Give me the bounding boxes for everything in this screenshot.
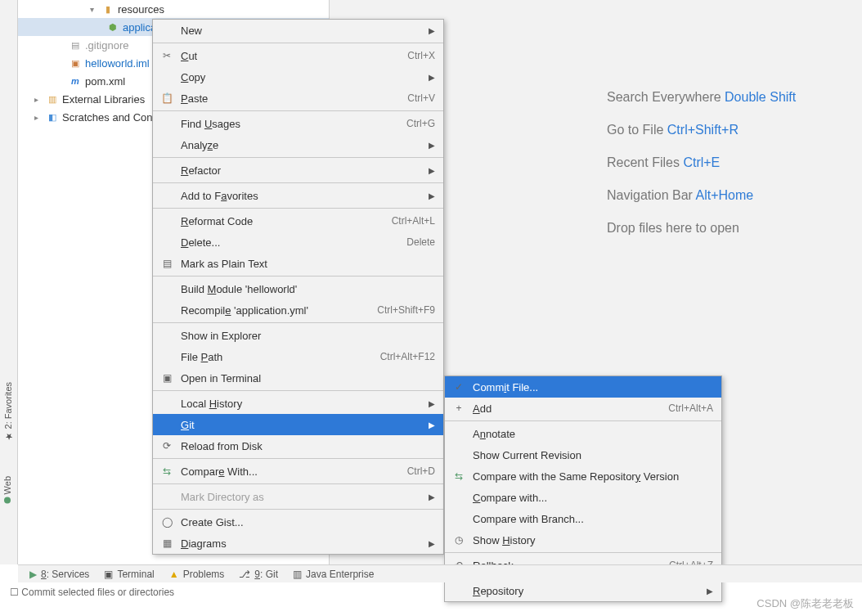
shortcut: Ctrl+E: [683, 155, 720, 169]
github-icon: ◯: [159, 516, 174, 528]
menu-analyze[interactable]: Analyze▶: [153, 134, 443, 155]
compare-icon: ⇆: [159, 465, 174, 477]
shortcut: Double Shift: [725, 90, 796, 104]
menu-favorites[interactable]: Add to Favorites▶: [153, 185, 443, 206]
menu-create-gist[interactable]: ◯Create Gist...: [153, 511, 443, 533]
menu-paste[interactable]: 📋PasteCtrl+V: [153, 88, 443, 109]
menu-refactor[interactable]: Refactor▶: [153, 160, 443, 181]
yml-icon: ⬢: [106, 20, 119, 34]
context-menu[interactable]: New▶ ✂CutCtrl+X Copy▶ 📋PasteCtrl+V Find …: [152, 19, 444, 555]
add-icon: +: [451, 402, 466, 414]
tab-terminal[interactable]: ▣Terminal: [104, 569, 154, 580]
bottom-tool-bar: ▶8: Services ▣Terminal ▲Problems ⎇9: Git…: [18, 564, 862, 582]
services-icon: ▶: [29, 569, 37, 580]
menu-git[interactable]: Git▶: [153, 414, 443, 435]
submenu-arrow-icon: ▶: [429, 191, 435, 200]
separator: [153, 157, 443, 158]
separator: [153, 390, 443, 391]
tree-label: pom.xml: [85, 75, 125, 88]
shortcut: Alt+Home: [696, 188, 754, 202]
welcome-gotofile: Go to File Ctrl+Shift+R: [607, 123, 796, 137]
menu-diagrams[interactable]: ▦Diagrams▶: [153, 533, 443, 554]
submenu-arrow-icon: ▶: [429, 166, 435, 175]
javaee-icon: ▥: [293, 569, 302, 580]
welcome-search: Search Everywhere Double Shift: [607, 90, 796, 105]
menu-reload-disk[interactable]: ⟳Reload from Disk: [153, 435, 443, 456]
diagram-icon: ▦: [159, 537, 174, 549]
submenu-arrow-icon: ▶: [429, 26, 435, 35]
menu-file-path[interactable]: File PathCtrl+Alt+F12: [153, 346, 443, 367]
menu-reformat[interactable]: Reformat CodeCtrl+Alt+L: [153, 210, 443, 232]
tab-java-enterprise[interactable]: ▥Java Enterprise: [293, 569, 374, 580]
commit-icon: ✓: [451, 381, 466, 393]
menu-compare-branch[interactable]: Compare with Branch...: [445, 508, 721, 529]
menu-show-revision[interactable]: Show Current Revision: [445, 444, 721, 465]
text-icon: ▤: [159, 258, 174, 269]
welcome-navbar: Navigation Bar Alt+Home: [607, 188, 796, 203]
compare-icon: ⇆: [451, 470, 466, 482]
paste-icon: 📋: [159, 92, 174, 104]
separator: [153, 43, 443, 43]
submenu-arrow-icon: ▶: [429, 399, 435, 408]
welcome-drop: Drop files here to open: [607, 221, 796, 236]
shortcut: Ctrl+Shift+R: [667, 123, 739, 137]
submenu-arrow-icon: ▶: [429, 141, 435, 150]
menu-new[interactable]: New▶: [153, 20, 443, 41]
menu-local-history[interactable]: Local History▶: [153, 393, 443, 414]
submenu-arrow-icon: ▶: [429, 420, 435, 429]
menu-show-history[interactable]: ◷Show History: [445, 529, 721, 551]
separator: [445, 552, 721, 553]
menu-delete[interactable]: Delete...Delete: [153, 232, 443, 253]
separator: [153, 276, 443, 277]
tab-git[interactable]: ⎇9: Git: [239, 569, 278, 580]
folder-icon: ▮: [101, 2, 114, 16]
menu-show-explorer[interactable]: Show in Explorer: [153, 325, 443, 346]
menu-copy[interactable]: Copy▶: [153, 66, 443, 88]
tree-label: .gitignore: [85, 39, 128, 52]
menu-repository[interactable]: Repository▶: [445, 580, 721, 601]
tree-label: helloworld.iml: [85, 57, 150, 70]
git-icon: ⎇: [239, 569, 250, 580]
menu-annotate[interactable]: Annotate: [445, 423, 721, 444]
menu-build-module[interactable]: Build Module 'helloworld': [153, 278, 443, 299]
file-icon: ▤: [69, 38, 82, 52]
menu-commit-file[interactable]: ✓Commit File...: [445, 376, 721, 398]
separator: [153, 483, 443, 484]
chevron-right-icon: ▸: [34, 113, 43, 122]
separator: [153, 458, 443, 459]
tree-label: resources: [118, 3, 164, 16]
menu-compare-with[interactable]: ⇆Compare With...Ctrl+D: [153, 461, 443, 482]
menu-find-usages[interactable]: Find UsagesCtrl+G: [153, 113, 443, 134]
menu-recompile[interactable]: Recompile 'application.yml'Ctrl+Shift+F9: [153, 299, 443, 321]
menu-git-add[interactable]: +AddCtrl+Alt+A: [445, 398, 721, 419]
chevron-down-icon: ▾: [90, 5, 98, 14]
welcome-panel: Search Everywhere Double Shift Go to Fil…: [607, 90, 796, 254]
menu-compare-with-git[interactable]: Compare with...: [445, 487, 721, 508]
separator: [153, 208, 443, 209]
menu-cut[interactable]: ✂CutCtrl+X: [153, 45, 443, 66]
tab-problems[interactable]: ▲Problems: [169, 569, 225, 580]
welcome-recent: Recent Files Ctrl+E: [607, 155, 796, 170]
warning-icon: ▲: [169, 569, 179, 580]
menu-plain-text[interactable]: ▤Mark as Plain Text: [153, 253, 443, 274]
tab-services[interactable]: ▶8: Services: [29, 569, 89, 580]
terminal-icon: ▣: [104, 569, 113, 580]
status-bar: ☐ Commit selected files or directories: [10, 587, 174, 598]
submenu-arrow-icon: ▶: [429, 539, 435, 548]
libraries-icon: ▥: [46, 92, 59, 106]
history-icon: ◷: [451, 534, 466, 546]
separator: [153, 110, 443, 111]
tree-folder-resources[interactable]: ▾▮resources: [18, 0, 329, 18]
menu-compare-same[interactable]: ⇆Compare with the Same Repository Versio…: [445, 465, 721, 487]
favorites-tab[interactable]: ★ 2: Favorites: [2, 382, 13, 442]
separator: [153, 509, 443, 510]
menu-open-terminal[interactable]: ▣Open in Terminal: [153, 367, 443, 389]
tree-label: Scratches and Con: [62, 111, 153, 124]
left-gutter: ★ 2: Favorites Web: [0, 0, 18, 564]
scratch-icon: ◧: [46, 110, 59, 124]
tree-label: External Libraries: [62, 93, 145, 106]
terminal-icon: ▣: [159, 372, 174, 384]
web-tab[interactable]: Web: [2, 476, 12, 503]
watermark: CSDN @陈老老老板: [756, 596, 854, 611]
chevron-right-icon: ▸: [34, 95, 43, 104]
